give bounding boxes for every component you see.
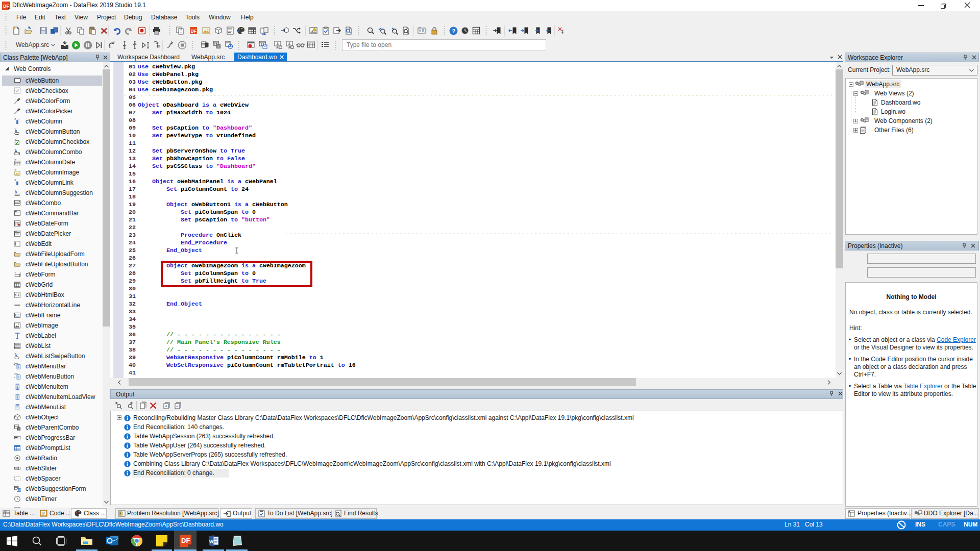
- svg-text:?: ?: [452, 28, 455, 34]
- svg-text:DF: DF: [181, 537, 190, 544]
- svg-text:DF: DF: [190, 29, 196, 34]
- svg-text:w: w: [209, 539, 213, 544]
- svg-text:u: u: [18, 118, 20, 121]
- svg-text:ab: ab: [419, 27, 421, 29]
- svg-text:DF: DF: [3, 4, 9, 9]
